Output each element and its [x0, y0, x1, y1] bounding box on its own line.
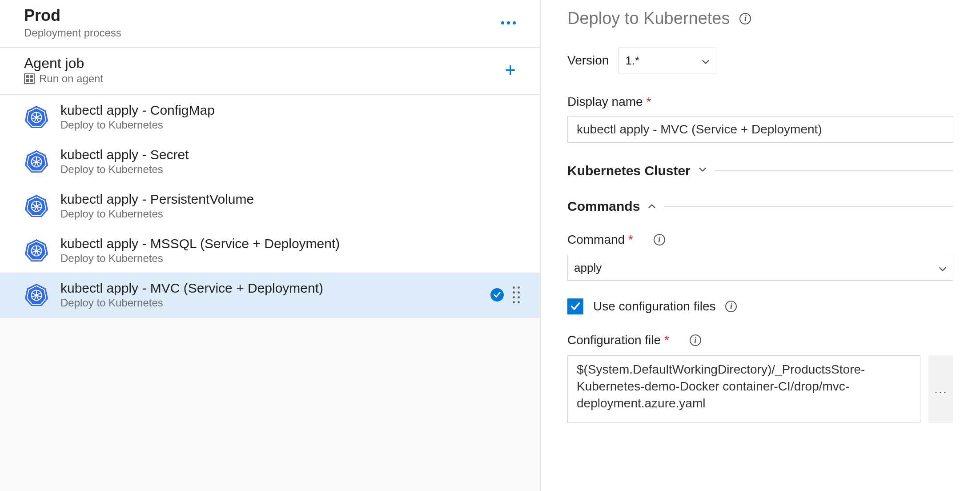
task-row[interactable]: kubectl apply - ConfigMapDeploy to Kuber… [0, 95, 540, 139]
drag-handle-icon[interactable] [513, 286, 520, 304]
kubernetes-icon [24, 105, 49, 129]
more-icon[interactable] [501, 21, 516, 24]
required-marker: * [664, 333, 669, 347]
job-subtitle: Run on agent [39, 72, 103, 85]
use-config-files-label: Use configuration files [593, 299, 715, 314]
task-row[interactable]: kubectl apply - MVC (Service + Deploymen… [0, 273, 540, 317]
info-icon[interactable]: i [690, 334, 701, 346]
task-subtitle: Deploy to Kubernetes [60, 163, 520, 176]
task-title: kubectl apply - Secret [60, 147, 520, 162]
chevron-down-icon [699, 165, 707, 173]
version-select[interactable]: 1.* [619, 48, 716, 73]
display-name-input[interactable] [567, 116, 953, 143]
task-row[interactable]: kubectl apply - PersistentVolumeDeploy t… [0, 184, 540, 228]
left-panel: Prod Deployment process Agent job Run on… [0, 0, 541, 491]
version-value: 1.* [625, 54, 639, 68]
task-title: kubectl apply - PersistentVolume [60, 192, 520, 207]
stage-title: Prod [24, 6, 121, 25]
info-icon[interactable]: i [725, 301, 737, 312]
section-kubernetes-cluster[interactable]: Kubernetes Cluster [567, 163, 953, 178]
agent-job-header[interactable]: Agent job Run on agent + [0, 48, 540, 95]
task-subtitle: Deploy to Kubernetes [60, 297, 479, 309]
task-editor: Deploy to Kubernetes i Version 1.* Displ… [541, 0, 980, 491]
kubernetes-icon [24, 149, 49, 174]
editor-title: Deploy to Kubernetes [567, 9, 730, 28]
command-value: apply [574, 261, 602, 275]
required-marker: * [628, 233, 633, 246]
check-icon [490, 288, 504, 302]
task-subtitle: Deploy to Kubernetes [60, 119, 520, 131]
kubernetes-icon [24, 193, 49, 218]
display-name-label: Display name [567, 95, 643, 109]
task-row[interactable]: kubectl apply - SecretDeploy to Kubernet… [0, 139, 540, 184]
job-title: Agent job [24, 55, 103, 72]
command-select[interactable]: apply [567, 255, 953, 281]
task-title: kubectl apply - MVC (Service + Deploymen… [60, 281, 479, 296]
kubernetes-icon [24, 282, 49, 307]
command-label: Command [567, 233, 625, 246]
chevron-down-icon [939, 262, 947, 270]
task-list: kubectl apply - ConfigMapDeploy to Kuber… [0, 95, 540, 318]
task-subtitle: Deploy to Kubernetes [60, 208, 520, 220]
task-title: kubectl apply - ConfigMap [60, 103, 520, 118]
task-row[interactable]: kubectl apply - MSSQL (Service + Deploym… [0, 228, 540, 273]
info-icon[interactable]: i [654, 234, 665, 246]
chevron-up-icon [648, 202, 656, 210]
task-title: kubectl apply - MSSQL (Service + Deploym… [60, 236, 520, 251]
config-file-label: Configuration file [567, 333, 661, 347]
stage-header[interactable]: Prod Deployment process [0, 0, 540, 48]
stage-subtitle: Deployment process [24, 27, 121, 39]
required-marker: * [647, 95, 651, 109]
use-config-files-checkbox[interactable] [567, 298, 583, 314]
chevron-down-icon [702, 55, 710, 63]
info-icon[interactable]: i [739, 13, 751, 24]
task-subtitle: Deploy to Kubernetes [60, 252, 520, 265]
version-label: Version [567, 53, 609, 68]
agent-icon [24, 73, 35, 84]
config-file-input[interactable]: $(System.DefaultWorkingDirectory)/_Produ… [567, 355, 920, 423]
section-commands[interactable]: Commands [567, 199, 953, 214]
add-task-button[interactable]: + [505, 61, 516, 80]
browse-button[interactable]: ... [928, 355, 953, 423]
kubernetes-icon [24, 238, 49, 263]
